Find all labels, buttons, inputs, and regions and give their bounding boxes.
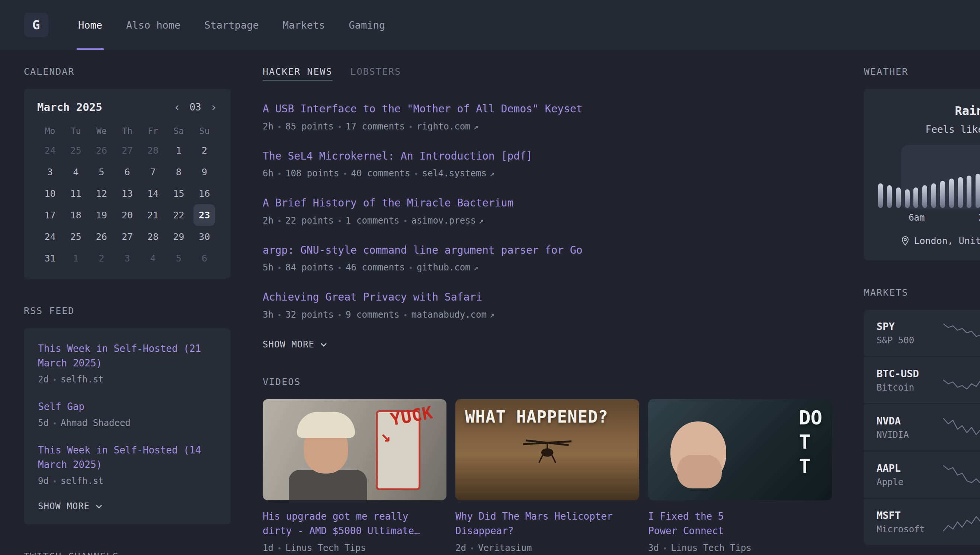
video-item: DOTTI Fixed the 5 Power Connect3d•Linus … [648,399,832,553]
calendar-day: 12 [91,183,112,204]
news-item-title[interactable]: A USB Interface to the "Mother of All De… [263,101,832,117]
source-link[interactable]: asimov.press↗ [412,215,484,226]
calendar-weekday: Sa [173,122,184,140]
calendar-day: 29 [168,226,189,247]
dot-separator: • [277,544,282,553]
nav-tab-gaming[interactable]: Gaming [347,0,387,50]
video-thumbnail[interactable]: DOTT [648,399,832,500]
weather-bar [967,176,972,208]
dot-separator: • [277,263,282,272]
calendar-day: 15 [168,183,189,204]
market-row-msft[interactable]: MSFTMicrosoft+1.14%$391.26 [864,498,980,545]
meta-part: Linus Tech Tips [671,543,752,553]
news-show-more-button[interactable]: SHOW MORE [263,339,832,350]
source-link[interactable]: matanabudy.com↗ [412,310,495,320]
nav-tab-startpage[interactable]: Startpage [203,0,260,50]
meta-part: 17 comments [346,121,405,132]
calendar-day: 5 [91,161,112,183]
item-meta: 3d•Linus Tech Tips [648,543,832,553]
meta-part: 9d [38,476,49,486]
calendar-day: 4 [65,161,87,183]
rss-show-more-button[interactable]: SHOW MORE [38,501,217,512]
nav-tab-home[interactable]: Home [77,0,104,50]
market-sparkline [941,511,980,533]
news-tab-hacker-news[interactable]: HACKER NEWS [263,66,333,81]
video-title[interactable]: His upgrade got me really dirty - AMD $5… [263,509,446,538]
meta-part: 2h [263,121,273,132]
calendar-day: 26 [91,140,112,161]
calendar-day: 3 [39,161,61,183]
dot-separator: • [53,419,57,428]
market-row-spy[interactable]: SPYS&P 500-0.27%$563.98 [864,310,980,356]
video-title[interactable]: Why Did The Mars Helicopter Disappear? [456,509,639,538]
video-title[interactable]: I Fixed the 5 Power Connect [648,509,832,538]
rss-item-title[interactable]: This Week in Self-Hosted (14 March 2025) [38,443,217,472]
video-thumbnail[interactable]: WHAT HAPPENED? [456,399,639,500]
item-meta: 9d•selfh.st [38,476,217,486]
calendar-day: 8 [168,161,189,183]
item-meta: 3h•32 points•9 comments•matanabudy.com↗ [263,310,832,320]
calendar-day: 2 [91,247,112,269]
market-row-nvda[interactable]: NVDANVIDIA-0.70%$117.70 [864,403,980,451]
calendar-day: 6 [117,161,138,183]
meta-part: Linus Tech Tips [285,543,366,553]
nav-tab-also-home[interactable]: Also home [125,0,182,50]
market-row-btc-usd[interactable]: BTC-USDBitcoin+1.39%$84,999.29 [864,356,980,403]
video-thumbnail[interactable]: YUCK↘ [263,399,446,500]
market-sparkline [941,322,980,344]
market-sparkline [941,369,980,391]
meta-part: 5h [263,262,273,273]
news-widget: HACKER NEWSLOBSTERS A USB Interface to t… [263,66,832,350]
external-link-icon: ↗ [474,263,478,272]
calendar-next-icon[interactable]: › [210,101,217,113]
calendar-prev-icon[interactable]: ‹ [173,101,180,113]
news-tab-lobsters[interactable]: LOBSTERS [350,66,401,81]
market-row-aapl[interactable]: AAPLApple+1.95%$218.27 [864,451,980,498]
nav-tab-markets[interactable]: Markets [281,0,327,50]
weather-card: Rain Feels like 11°C 12° 6am2pm10pm Lond… [864,89,980,260]
markets-header: MARKETS [864,287,980,298]
market-name: Apple [877,477,941,487]
rss-widget: RSS FEED This Week in Self-Hosted (21 Ma… [24,305,231,524]
app-logo[interactable]: G [24,13,48,37]
dot-separator: • [337,311,342,319]
news-item-title[interactable]: A Brief History of the Miracle Bacterium [263,196,832,211]
weather-bar [958,177,963,208]
video-item: WHAT HAPPENED?Why Did The Mars Helicopte… [456,399,639,553]
weather-bar [922,185,927,208]
news-item-title[interactable]: The SeL4 Microkernel: An Introduction [p… [263,149,832,164]
calendar-weekday: Fr [148,122,158,140]
calendar-weekday-row: MoTuWeThFrSaSu [37,122,217,140]
calendar-day: 28 [142,140,164,161]
item-meta: 2h•22 points•1 comments•asimov.press↗ [263,215,832,226]
source-link[interactable]: github.com↗ [417,262,478,273]
meta-part: 3d [648,543,659,553]
news-item-title[interactable]: argp: GNU-style command line argument pa… [263,243,832,258]
news-tab-bar: HACKER NEWSLOBSTERS [263,66,832,81]
chevron-down-icon [95,502,103,510]
meta-part: 5d [38,418,49,428]
weather-widget: WEATHER Rain Feels like 11°C 12° 6am2pm1… [864,66,980,260]
rss-item-title[interactable]: This Week in Self-Hosted (21 March 2025) [38,342,217,371]
helicopter-icon [520,438,575,466]
markets-card: SPYS&P 500-0.27%$563.98BTC-USDBitcoin+1.… [864,310,980,545]
news-item-title[interactable]: Achieving Great Privacy with Safari [263,290,832,305]
source-link[interactable]: sel4.systems↗ [422,168,495,178]
dot-separator: • [277,122,282,131]
source-link[interactable]: righto.com↗ [417,121,478,132]
calendar-weekday: We [96,122,107,140]
calendar-day: 3 [117,247,138,269]
market-symbol-block: NVDANVIDIA [877,415,941,440]
item-meta: 5h•84 points•46 comments•github.com↗ [263,262,832,273]
meta-part: selfh.st [61,476,104,486]
external-link-icon: ↗ [474,122,478,131]
meta-part: 1 comments [346,215,399,226]
market-symbol-block: MSFTMicrosoft [877,510,941,534]
calendar-weekday: Su [199,122,210,140]
weather-feels-like: Feels like 11°C [877,124,980,135]
meta-part: 9 comments [346,310,399,320]
rss-item-title[interactable]: Self Gap [38,399,217,414]
videos-widget: VIDEOS YUCK↘His upgrade got me really di… [263,377,832,553]
calendar-day-grid: 2425262728123456789101112131415161718192… [37,140,217,269]
item-meta: 2d•Veritasium [456,543,639,553]
